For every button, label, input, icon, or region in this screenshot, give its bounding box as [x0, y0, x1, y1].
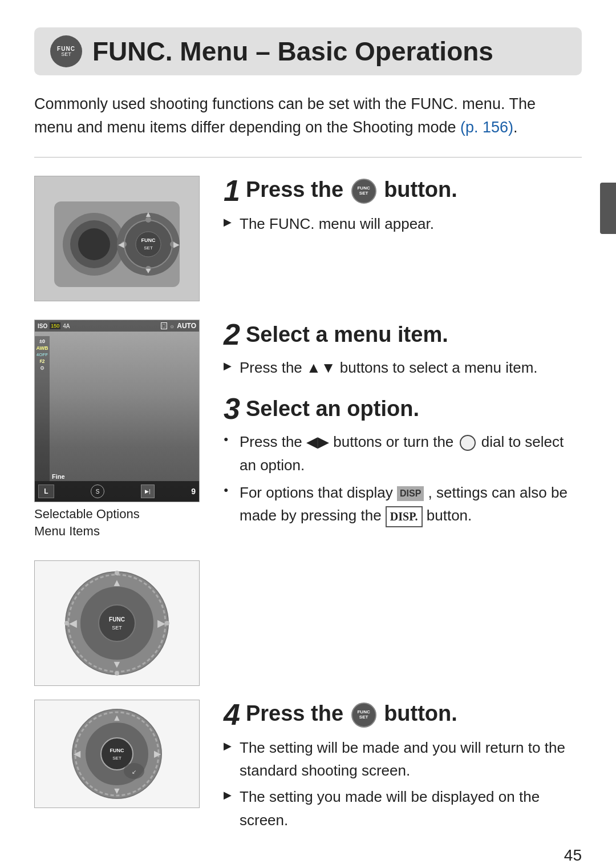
step-4-number: 4: [224, 700, 240, 729]
step-1-title-text: Press the: [246, 177, 343, 201]
func-icon-inner: FUNC SET: [57, 46, 75, 57]
svg-text:SET: SET: [112, 756, 121, 761]
svg-text:◀: ◀: [74, 749, 81, 758]
step-3-header: 3 Select an option.: [224, 394, 582, 423]
step-4-header: 4 Press the FUNCSET button.: [224, 700, 582, 729]
func-badge-step1: FUNCSET: [351, 179, 376, 204]
svg-text:↙: ↙: [132, 769, 136, 775]
svg-text:SET: SET: [144, 245, 153, 251]
svg-text:FUNC: FUNC: [109, 616, 125, 623]
svg-text:FUNC: FUNC: [110, 748, 124, 753]
step-23-section: ISO 150 4A □ ☼ AUTO ±0 AWB: [34, 320, 582, 542]
menu-items-label: Menu Items: [34, 524, 205, 539]
disp-large-badge: DISP.: [386, 506, 423, 527]
func-dial-svg-step4: ▲ ▼ ◀ ▶ FUNC SET ↙: [43, 704, 191, 804]
svg-text:▶: ▶: [157, 617, 165, 629]
step-1-bullet-1-text: The FUNC. menu will appear.: [240, 215, 434, 232]
step-2-title: Select a menu item.: [246, 322, 448, 347]
caption-menu-items: Menu Items: [34, 524, 205, 539]
intro-line2: menu and menu items differ depending on …: [34, 119, 456, 136]
intro-line1: Commonly used shooting functions can be …: [34, 95, 536, 112]
svg-text:▼: ▼: [144, 266, 152, 275]
step-4-bullet-1: The setting will be made and you will re…: [224, 736, 582, 782]
step-2-bullet-1-text: Press the ▲▼ buttons to select a menu it…: [240, 359, 538, 376]
step-3-dial-image: ▲ ▼ ◀ ▶ FUNC SET: [34, 560, 200, 686]
intro-text: Commonly used shooting functions can be …: [34, 92, 582, 139]
page-number: 45: [564, 846, 582, 865]
step-4-bullet-2: The setting you made will be displayed o…: [224, 785, 582, 831]
step-4-text-col: 4 Press the FUNCSET button. The setting …: [224, 700, 582, 835]
svg-point-28: [115, 671, 119, 676]
func-icon-text-bottom: SET: [57, 52, 75, 57]
step-1-body: The FUNC. menu will appear.: [224, 212, 582, 235]
step-4-body: The setting will be made and you will re…: [224, 736, 582, 831]
step-1-camera-svg: FUNC SET ▲ ▼ ◀ ▶: [43, 184, 191, 293]
step-3-body: Press the ◀▶ buttons or turn the dial to…: [224, 430, 582, 527]
step-2-block: 2 Select a menu item. Press the ▲▼ butto…: [224, 320, 582, 379]
step-1-row: FUNC SET ▲ ▼ ◀ ▶ 1 Press the FUNC: [34, 176, 582, 301]
steps-23-right: 2 Select a menu item. Press the ▲▼ butto…: [224, 320, 582, 542]
step-1-number: 1: [224, 176, 240, 205]
selectable-options-label: Selectable Options: [34, 507, 205, 522]
step-1-bullet-1: The FUNC. menu will appear.: [224, 212, 582, 235]
step-4-title-text: Press the: [246, 701, 343, 725]
step-3-dial-col: ▲ ▼ ◀ ▶ FUNC SET: [34, 560, 205, 686]
step-23-image-col: ISO 150 4A □ ☼ AUTO ±0 AWB: [34, 320, 205, 542]
svg-point-3: [78, 228, 110, 260]
svg-point-27: [115, 571, 119, 575]
func-badge-text-step1: FUNCSET: [357, 186, 370, 196]
svg-text:▼: ▼: [112, 659, 122, 670]
page-title: FUNC. Menu – Basic Operations: [92, 36, 493, 67]
svg-point-24: [99, 605, 135, 641]
step-4-row: ▲ ▼ ◀ ▶ FUNC SET ↙ 4 Press the: [34, 700, 582, 835]
step-4-title: Press the FUNCSET button.: [246, 701, 457, 728]
func-badge-text-step4: FUNCSET: [357, 710, 370, 720]
step-3-number: 3: [224, 394, 240, 423]
step-1-image: FUNC SET ▲ ▼ ◀ ▶: [34, 176, 200, 301]
svg-text:◀: ◀: [118, 240, 124, 249]
svg-text:◀: ◀: [69, 617, 77, 629]
step-2-number: 2: [224, 320, 240, 349]
func-icon-text-top: FUNC: [57, 46, 75, 52]
step-23-image: ISO 150 4A □ ☼ AUTO ±0 AWB: [34, 320, 200, 502]
step-2-header: 2 Select a menu item.: [224, 320, 582, 349]
step-3-title: Select an option.: [246, 397, 419, 421]
side-tab: [600, 183, 616, 234]
svg-point-29: [64, 621, 69, 625]
svg-text:▶: ▶: [173, 240, 180, 249]
circle-dial-icon: [460, 435, 476, 451]
svg-text:FUNC: FUNC: [141, 237, 156, 243]
step-2-bullet-1: Press the ▲▼ buttons to select a menu it…: [224, 356, 582, 379]
camera-screen: ISO 150 4A □ ☼ AUTO ±0 AWB: [35, 320, 199, 502]
step-3-dial-row: ▲ ▼ ◀ ▶ FUNC SET: [34, 560, 582, 686]
section-divider: [34, 157, 582, 158]
func-dial-svg-step3: ▲ ▼ ◀ ▶ FUNC SET: [43, 566, 191, 680]
page-header: FUNC SET FUNC. Menu – Basic Operations: [34, 27, 582, 75]
step-1-title: Press the FUNCSET button.: [246, 177, 457, 204]
step-4-image-col: ▲ ▼ ◀ ▶ FUNC SET ↙: [34, 700, 205, 808]
svg-text:▲: ▲: [112, 577, 122, 588]
step-1-header: 1 Press the FUNCSET button.: [224, 176, 582, 205]
step-1-title-suffix: button.: [384, 177, 457, 201]
step-3-block: 3 Select an option. Press the ◀▶ buttons…: [224, 394, 582, 527]
svg-point-30: [165, 621, 169, 625]
disp-small-badge: DISP: [397, 486, 424, 502]
step-4-image: ▲ ▼ ◀ ▶ FUNC SET ↙: [34, 700, 200, 808]
step-1-image-col: FUNC SET ▲ ▼ ◀ ▶: [34, 176, 205, 301]
func-icon: FUNC SET: [50, 35, 82, 67]
func-badge-step4: FUNCSET: [351, 703, 376, 728]
svg-text:▲: ▲: [112, 713, 121, 722]
step-4-title-suffix: button.: [384, 701, 457, 725]
svg-text:▶: ▶: [154, 749, 161, 758]
intro-period: .: [513, 119, 518, 136]
intro-link[interactable]: (p. 156): [460, 119, 513, 136]
step-3-bullet-1: Press the ◀▶ buttons or turn the dial to…: [224, 430, 582, 477]
step-2-body: Press the ▲▼ buttons to select a menu it…: [224, 356, 582, 379]
step-3-bullet-2: For options that display DISP , settings…: [224, 481, 582, 527]
step-1-text-col: 1 Press the FUNCSET button. The FUNC. me…: [224, 176, 582, 239]
caption-selectable: Selectable Options: [34, 507, 205, 522]
svg-text:▼: ▼: [112, 786, 121, 796]
svg-text:SET: SET: [112, 625, 122, 631]
svg-point-10: [136, 232, 161, 257]
svg-text:▲: ▲: [144, 209, 152, 219]
